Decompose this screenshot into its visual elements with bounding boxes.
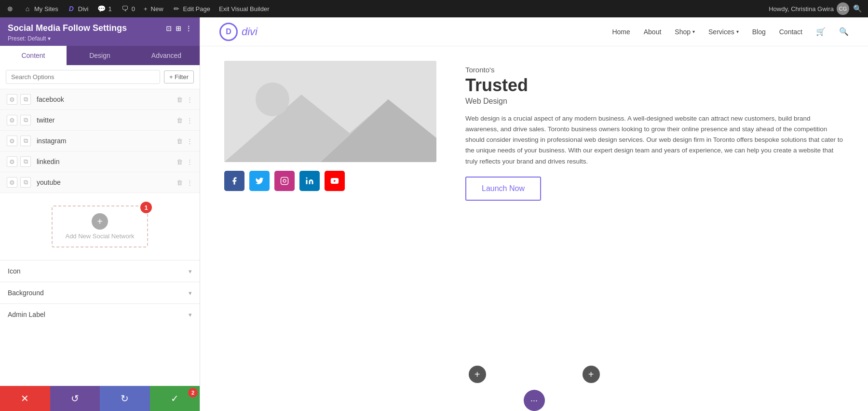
builder-options-button[interactable]: ···: [524, 390, 545, 411]
nav-shop[interactable]: Shop: [675, 28, 695, 36]
svg-point-7: [306, 178, 308, 179]
social-item-linkedin[interactable]: ⚙ ⧉ linkedin 🗑 ⋮: [0, 151, 200, 172]
builder-row: + +: [200, 356, 868, 388]
copy-icon[interactable]: ⧉: [20, 115, 31, 125]
social-item-instagram[interactable]: ⚙ ⧉ instagram 🗑 ⋮: [0, 131, 200, 151]
launch-now-button[interactable]: Launch Now: [465, 177, 541, 201]
preview-area: D divi Home About Shop Services Blog Con…: [200, 17, 868, 411]
web-design-subtitle: Web Design: [465, 97, 844, 106]
nav-home[interactable]: Home: [612, 28, 630, 36]
torontos-text: Toronto's: [465, 66, 844, 74]
drag-icon[interactable]: ⋮: [187, 137, 193, 145]
add-column-left-button[interactable]: +: [469, 366, 486, 383]
delete-icon[interactable]: 🗑: [176, 137, 183, 145]
nav-services[interactable]: Services: [708, 28, 739, 36]
settings-icon[interactable]: ⚙: [7, 156, 17, 167]
social-facebook-btn[interactable]: [224, 171, 244, 191]
social-linkedin-btn[interactable]: [299, 171, 320, 191]
avatar: CG: [837, 2, 849, 15]
wp-logo-item[interactable]: ⊕: [6, 4, 14, 13]
more-icon[interactable]: ⋮: [185, 25, 192, 32]
nav-about[interactable]: About: [644, 28, 662, 36]
nav-contact[interactable]: Contact: [779, 28, 802, 36]
add-column-right-button[interactable]: +: [583, 366, 600, 383]
chevron-down-icon: ▾: [189, 289, 192, 297]
panel-title-row: Social Media Follow Settings ⊡ ⊞ ⋮: [8, 23, 192, 33]
accordion-background-header[interactable]: Background ▾: [0, 282, 200, 303]
edit-page-item[interactable]: ✏ Edit Page: [172, 4, 210, 13]
settings-icon[interactable]: ⚙: [7, 136, 17, 146]
new-item[interactable]: + New: [144, 5, 163, 13]
panel-content: ⚙ ⧉ facebook 🗑 ⋮ ⚙ ⧉ twitter 🗑 ⋮: [0, 89, 200, 386]
undo-button[interactable]: ↺: [50, 386, 100, 411]
my-sites-label: My Sites: [34, 5, 58, 13]
accordion-admin-label-text: Admin Label: [8, 311, 45, 318]
add-new-label: Add New Social Network: [65, 233, 134, 240]
settings-icon[interactable]: ⚙: [7, 115, 17, 125]
chevron-down-icon: ▾: [189, 311, 192, 318]
delete-icon[interactable]: 🗑: [176, 158, 183, 165]
comment-count: 1: [108, 5, 112, 13]
delete-icon[interactable]: 🗑: [176, 117, 183, 124]
panel-title-icons: ⊡ ⊞ ⋮: [166, 25, 192, 32]
item-name: youtube: [37, 178, 176, 186]
item-right-icons: 🗑 ⋮: [176, 96, 193, 103]
tab-content[interactable]: Content: [0, 46, 67, 65]
main-area: Social Media Follow Settings ⊡ ⊞ ⋮ Prese…: [0, 17, 868, 411]
social-item-facebook[interactable]: ⚙ ⧉ facebook 🗑 ⋮: [0, 89, 200, 110]
add-new-social-network[interactable]: + Add New Social Network 1: [52, 206, 148, 247]
preset-label[interactable]: Preset: Default ▾: [8, 35, 192, 42]
exit-builder-item[interactable]: Exit Visual Builder: [219, 5, 270, 13]
settings-icon[interactable]: ⚙: [7, 94, 17, 105]
divi-label: Divi: [78, 5, 89, 13]
edit-icon: ✏: [172, 4, 181, 13]
wordpress-icon: ⊕: [6, 4, 14, 13]
tab-advanced[interactable]: Advanced: [133, 46, 200, 65]
comments2-item[interactable]: 🗨 0: [121, 4, 135, 13]
drag-icon[interactable]: ⋮: [187, 96, 193, 103]
comment2-icon: 🗨: [121, 4, 129, 13]
cancel-button[interactable]: ✕: [0, 386, 50, 411]
item-name: instagram: [37, 137, 176, 145]
delete-icon[interactable]: 🗑: [176, 179, 183, 186]
social-item-youtube[interactable]: ⚙ ⧉ youtube 🗑 ⋮: [0, 172, 200, 193]
social-item-twitter[interactable]: ⚙ ⧉ twitter 🗑 ⋮: [0, 110, 200, 131]
copy-icon[interactable]: ⧉: [20, 156, 31, 167]
save-button[interactable]: ✓ 2: [150, 386, 200, 411]
panel-title-text: Social Media Follow Settings: [8, 23, 127, 33]
panel-header: Social Media Follow Settings ⊡ ⊞ ⋮ Prese…: [0, 17, 200, 46]
copy-icon[interactable]: ⧉: [20, 94, 31, 105]
copy-icon[interactable]: ⧉: [20, 177, 31, 188]
expand-icon[interactable]: ⊡: [166, 25, 172, 32]
social-youtube-btn[interactable]: [325, 171, 345, 191]
search-icon[interactable]: 🔍: [839, 27, 849, 36]
divi-icon: D: [67, 4, 76, 13]
site-logo: D divi: [219, 23, 258, 41]
exit-builder-label: Exit Visual Builder: [219, 5, 270, 13]
item-name: twitter: [37, 116, 176, 124]
logo-icon: D: [219, 23, 238, 41]
copy-icon[interactable]: ⧉: [20, 136, 31, 146]
accordion-admin-label-header[interactable]: Admin Label ▾: [0, 304, 200, 325]
filter-button[interactable]: + Filter: [164, 70, 194, 83]
my-sites-item[interactable]: ⌂ My Sites: [23, 4, 58, 13]
drag-icon[interactable]: ⋮: [187, 179, 193, 186]
grid-icon[interactable]: ⊞: [176, 25, 181, 32]
redo-button[interactable]: ↻: [100, 386, 150, 411]
comments-item[interactable]: 💬 1: [97, 4, 112, 13]
divi-item[interactable]: D Divi: [67, 4, 89, 13]
search-input[interactable]: [6, 70, 160, 84]
search-bar-icon[interactable]: 🔍: [853, 4, 862, 13]
drag-icon[interactable]: ⋮: [187, 117, 193, 124]
delete-icon[interactable]: 🗑: [176, 96, 183, 103]
settings-icon[interactable]: ⚙: [7, 177, 17, 188]
accordion-icon-header[interactable]: Icon ▾: [0, 260, 200, 282]
social-instagram-btn[interactable]: [274, 171, 295, 191]
cart-icon[interactable]: 🛒: [816, 27, 826, 36]
nav-blog[interactable]: Blog: [752, 28, 766, 36]
hero-right: Toronto's Trusted Web Design Web design …: [465, 61, 844, 342]
item-left-icons: ⚙ ⧉: [7, 156, 31, 167]
drag-icon[interactable]: ⋮: [187, 158, 193, 165]
social-twitter-btn[interactable]: [249, 171, 270, 191]
tab-design[interactable]: Design: [67, 46, 133, 65]
